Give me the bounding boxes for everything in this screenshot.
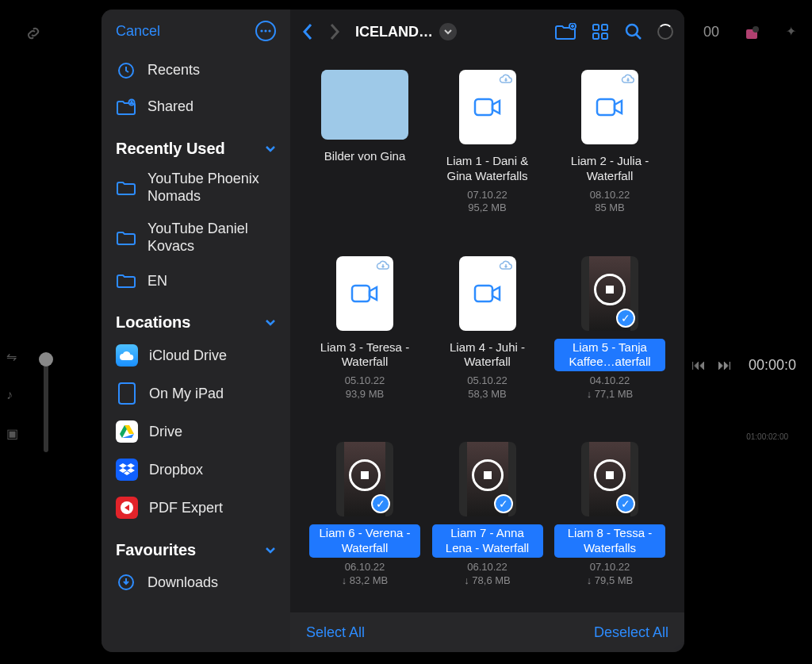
file-meta: 07.10.2295,2 MB <box>467 189 508 216</box>
download-icon <box>116 572 136 593</box>
svg-marker-12 <box>127 463 135 468</box>
sidebar-item-folder[interactable]: EN <box>102 263 290 299</box>
video-thumb: ✓ <box>581 256 638 331</box>
selected-check-icon: ✓ <box>494 494 513 513</box>
file-item[interactable]: ✓Liam 8 - Tessa - Waterfalls07.10.22↓ 79… <box>554 442 665 605</box>
file-item[interactable]: ✓Liam 6 - Verena - Waterfall06.10.22↓ 83… <box>309 442 420 605</box>
file-date: 06.10.22 <box>464 561 511 574</box>
file-meta: 08.10.2285 MB <box>590 189 630 216</box>
sidebar-item-shared[interactable]: Shared <box>102 89 290 125</box>
video-thumb-icon <box>459 256 516 331</box>
svg-rect-20 <box>602 25 607 30</box>
file-item[interactable]: Liam 1 - Dani & Gina Waterfalls07.10.229… <box>432 70 543 232</box>
file-item[interactable]: ✓Liam 5 - Tanja Kaffee…aterfall04.10.22↓… <box>554 256 665 419</box>
file-name: Liam 6 - Verena - Waterfall <box>309 524 420 558</box>
sidebar-item-label: EN <box>147 273 276 290</box>
file-item[interactable]: Liam 2 - Julia - Waterfall08.10.2285 MB <box>554 70 665 232</box>
file-name: Liam 4 - Juhi - Waterfall <box>432 339 543 372</box>
pdfexpert-icon <box>116 497 138 519</box>
video-thumb: ✓ <box>336 442 393 516</box>
video-thumb-icon <box>581 70 638 144</box>
file-size: 58,3 MB <box>467 388 508 401</box>
sidebar-item-downloads[interactable]: Downloads <box>102 564 290 601</box>
file-name: Liam 5 - Tanja Kaffee…aterfall <box>554 339 665 372</box>
bg-left-tool-icons: ⇋ ♪ ▣ <box>6 349 18 441</box>
folder-title-dropdown[interactable]: ICELAND… <box>355 23 457 40</box>
svg-rect-24 <box>475 99 492 115</box>
sidebar-item-recents[interactable]: Recents <box>102 52 290 89</box>
select-all-button[interactable]: Select All <box>306 624 365 641</box>
sidebar-item-label: Recents <box>147 62 276 79</box>
svg-rect-27 <box>475 286 492 301</box>
file-picker: Cancel Recents Shared Recently Used <box>102 10 684 652</box>
svg-rect-26 <box>352 286 370 301</box>
svg-rect-21 <box>593 33 599 39</box>
file-size: 85 MB <box>590 202 630 215</box>
sidebar-item-folder[interactable]: YouTube Daniel Kovacs <box>102 213 290 263</box>
clock-icon <box>116 60 136 81</box>
file-grid[interactable]: Bilder von GinaLiam 1 - Dani & Gina Wate… <box>290 54 684 652</box>
sidebar-item-label: Drive <box>149 424 276 441</box>
bg-slider <box>44 357 48 452</box>
nav-forward-button[interactable] <box>328 22 341 41</box>
file-item[interactable]: ✓Liam 7 - Anna Lena - Waterfall06.10.22↓… <box>432 442 543 605</box>
sidebar-item-label: Downloads <box>147 574 276 592</box>
svg-marker-11 <box>119 463 127 468</box>
file-date: 06.10.22 <box>342 561 389 574</box>
chevron-down-icon <box>265 145 276 153</box>
section-recently-used[interactable]: Recently Used <box>102 125 290 163</box>
more-options-button[interactable] <box>255 21 276 41</box>
file-item[interactable]: Bilder von Gina <box>309 70 420 232</box>
svg-point-2 <box>260 29 262 32</box>
picker-sidebar: Cancel Recents Shared Recently Used <box>102 10 290 652</box>
sidebar-item-label: Shared <box>147 98 276 116</box>
cloud-download-icon <box>621 73 635 84</box>
video-thumb-icon <box>459 70 516 144</box>
cancel-button[interactable]: Cancel <box>116 23 160 40</box>
file-date: 05.10.22 <box>345 374 385 388</box>
picker-topbar: ICELAND… <box>290 10 684 54</box>
section-title: Locations <box>116 313 190 332</box>
file-item[interactable]: Liam 3 - Teresa - Waterfall05.10.2293,9 … <box>309 256 420 419</box>
search-button[interactable] <box>624 22 643 41</box>
sidebar-item-googledrive[interactable]: Drive <box>102 413 290 451</box>
new-folder-button[interactable] <box>554 23 576 40</box>
svg-point-23 <box>626 25 638 36</box>
file-name: Liam 3 - Teresa - Waterfall <box>309 339 420 372</box>
shared-folder-icon <box>116 97 136 117</box>
folder-icon <box>116 271 136 291</box>
sidebar-item-pdfexpert[interactable]: PDF Expert <box>102 489 290 527</box>
svg-point-1 <box>753 26 759 33</box>
sidebar-item-dropbox[interactable]: Dropbox <box>102 451 290 489</box>
bg-timecode: ⏮ ⏭ 00:00:0 <box>691 357 796 374</box>
section-locations[interactable]: Locations <box>102 299 290 336</box>
section-favourites[interactable]: Favourites <box>102 527 290 564</box>
file-meta: 05.10.2258,3 MB <box>467 374 508 401</box>
file-meta: 05.10.2293,9 MB <box>345 374 385 401</box>
googledrive-icon <box>116 420 138 443</box>
loading-spinner-icon <box>657 24 673 40</box>
file-name: Liam 8 - Tessa - Waterfalls <box>554 524 665 558</box>
sidebar-item-on-my-ipad[interactable]: On My iPad <box>102 374 290 413</box>
nav-back-button[interactable] <box>301 22 314 41</box>
file-date: 07.10.22 <box>587 561 634 574</box>
deselect-all-button[interactable]: Deselect All <box>594 624 668 641</box>
cloud-download-icon <box>499 259 513 271</box>
file-size: ↓ 79,5 MB <box>587 574 634 588</box>
sidebar-item-folder[interactable]: YouTube Phoenix Nomads <box>102 163 290 213</box>
section-title: Recently Used <box>116 140 225 158</box>
sidebar-item-icloud[interactable]: iCloud Drive <box>102 336 290 374</box>
ellipsis-icon <box>260 29 271 33</box>
sidebar-item-label: Dropbox <box>149 462 276 479</box>
video-thumb: ✓ <box>581 442 638 516</box>
file-meta: 07.10.22↓ 79,5 MB <box>587 561 634 588</box>
grid-view-button[interactable] <box>591 22 610 41</box>
folder-thumb-icon <box>321 70 408 140</box>
file-size: 95,2 MB <box>467 202 508 215</box>
file-name: Bilder von Gina <box>320 148 411 166</box>
sidebar-item-label: On My iPad <box>149 386 276 403</box>
file-date: 04.10.22 <box>587 374 634 388</box>
folder-title: ICELAND… <box>355 24 433 40</box>
file-date: 07.10.22 <box>467 189 508 202</box>
file-item[interactable]: Liam 4 - Juhi - Waterfall05.10.2258,3 MB <box>432 256 543 419</box>
